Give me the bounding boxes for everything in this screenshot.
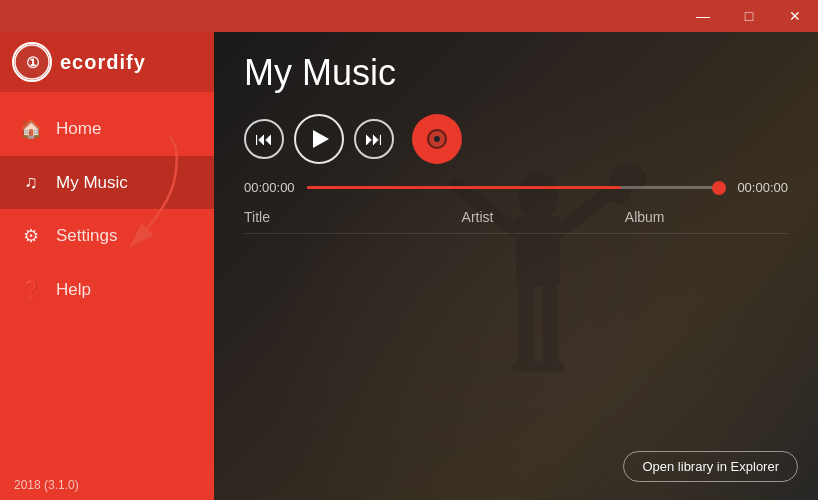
logo-text: ecordify — [60, 51, 146, 74]
sidebar-item-help-label: Help — [56, 280, 91, 300]
sidebar-version: 2018 (3.1.0) — [0, 470, 214, 500]
music-icon: ♫ — [20, 172, 42, 193]
time-end: 00:00:00 — [737, 180, 788, 195]
sidebar-nav: 🏠 Home ♫ My Music ⚙ Settings ❓ Help — [0, 92, 214, 470]
svg-rect-9 — [518, 284, 534, 364]
sidebar-item-home[interactable]: 🏠 Home — [0, 102, 214, 156]
maximize-button[interactable]: □ — [726, 0, 772, 32]
close-button[interactable]: ✕ — [772, 0, 818, 32]
content-top: My Music ⏮ ⏭ 00:0 — [214, 32, 818, 234]
progress-row: 00:00:00 00:00:00 — [244, 180, 788, 195]
sidebar: ① ecordify 🏠 Home ♫ My Music ⚙ Settings … — [0, 32, 214, 500]
sidebar-item-my-music-label: My Music — [56, 173, 128, 193]
title-bar: — □ ✕ — [0, 0, 818, 32]
disc-icon — [427, 129, 447, 149]
disc-button[interactable] — [412, 114, 462, 164]
progress-track[interactable] — [307, 186, 726, 189]
player-controls: ⏮ ⏭ — [244, 114, 788, 164]
play-button[interactable] — [294, 114, 344, 164]
progress-fill — [307, 186, 621, 189]
progress-thumb — [712, 181, 726, 195]
svg-rect-10 — [542, 284, 558, 364]
table-header: Title Artist Album — [244, 209, 788, 234]
settings-icon: ⚙ — [20, 225, 42, 247]
time-start: 00:00:00 — [244, 180, 295, 195]
sidebar-item-settings[interactable]: ⚙ Settings — [0, 209, 214, 263]
col-artist-header: Artist — [462, 209, 625, 225]
minimize-button[interactable]: — — [680, 0, 726, 32]
svg-point-12 — [536, 359, 564, 373]
page-title: My Music — [244, 52, 788, 94]
sidebar-item-my-music[interactable]: ♫ My Music — [0, 156, 214, 209]
svg-text:①: ① — [26, 54, 39, 71]
previous-button[interactable]: ⏮ — [244, 119, 284, 159]
sidebar-item-settings-label: Settings — [56, 226, 117, 246]
sidebar-logo: ① ecordify — [0, 32, 214, 92]
content-area: My Music ⏮ ⏭ 00:0 — [214, 32, 818, 500]
svg-point-11 — [512, 359, 540, 373]
sidebar-item-help[interactable]: ❓ Help — [0, 263, 214, 317]
sidebar-item-home-label: Home — [56, 119, 101, 139]
main-layout: ① ecordify 🏠 Home ♫ My Music ⚙ Settings … — [0, 32, 818, 500]
logo-icon: ① — [12, 42, 52, 82]
disc-center — [434, 136, 440, 142]
next-icon: ⏭ — [365, 129, 383, 150]
next-button[interactable]: ⏭ — [354, 119, 394, 159]
col-album-header: Album — [625, 209, 788, 225]
col-title-header: Title — [244, 209, 462, 225]
open-library-button[interactable]: Open library in Explorer — [623, 451, 798, 482]
help-icon: ❓ — [20, 279, 42, 301]
home-icon: 🏠 — [20, 118, 42, 140]
previous-icon: ⏮ — [255, 129, 273, 150]
play-icon — [313, 130, 329, 148]
content-footer: Open library in Explorer — [623, 451, 798, 482]
